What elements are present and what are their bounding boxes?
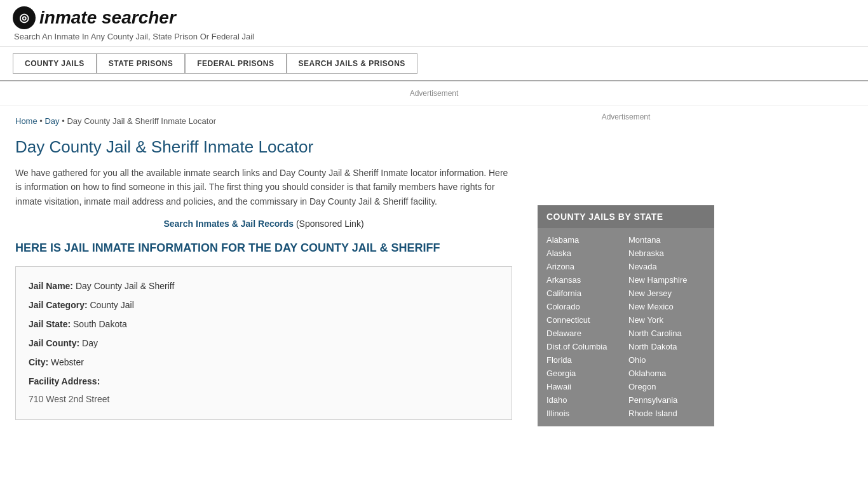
states-right-col: MontanaNebraskaNevadaNew HampshireNew Je… [626, 233, 708, 420]
state-link-montana[interactable]: Montana [626, 233, 708, 247]
main-content: Home • Day • Day County Jail & Sheriff I… [0, 106, 527, 433]
jail-info-box: Jail Name: Day County Jail & Sheriff Jai… [15, 266, 512, 420]
state-link-alaska[interactable]: Alaska [544, 247, 626, 260]
state-link-nevada[interactable]: Nevada [626, 260, 708, 273]
jail-name-row: Jail Name: Day County Jail & Sheriff [29, 277, 499, 295]
state-link-arizona[interactable]: Arizona [544, 260, 626, 273]
jail-state-value-text: South Dakota [73, 319, 127, 329]
nav-federal-prisons[interactable]: FEDERAL PRISONS [185, 53, 286, 74]
nav-county-jails[interactable]: COUNTY JAILS [13, 53, 97, 74]
county-jails-title: COUNTY JAILS BY STATE [538, 205, 714, 228]
section-heading: HERE IS JAIL INMATE INFORMATION FOR THE … [15, 240, 512, 256]
breadcrumb-day[interactable]: Day [44, 116, 59, 126]
logo-icon: ◎ [13, 6, 36, 29]
state-link-colorado[interactable]: Colorado [544, 300, 626, 313]
jail-county-value-text: Day [82, 338, 98, 348]
state-link-new-york[interactable]: New York [626, 313, 708, 327]
jail-category-row: Jail Category: County Jail [29, 296, 499, 314]
jail-name-value-text: Day County Jail & Sheriff [76, 281, 174, 291]
jail-state-label: Jail State: [29, 319, 71, 329]
state-link-florida[interactable]: Florida [544, 353, 626, 367]
site-title: inmate searcher [39, 8, 176, 28]
nav-search-jails[interactable]: SEARCH JAILS & PRISONS [287, 53, 417, 74]
state-link-new-hampshire[interactable]: New Hampshire [626, 273, 708, 287]
state-link-dist.of-columbia[interactable]: Dist.of Columbia [544, 340, 626, 353]
sponsored-link-area: Search Inmates & Jail Records (Sponsored… [15, 219, 512, 229]
state-link-nebraska[interactable]: Nebraska [626, 247, 708, 260]
state-link-north-dakota[interactable]: North Dakota [626, 340, 708, 353]
breadcrumb-home[interactable]: Home [15, 116, 37, 126]
jail-county-label: Jail County: [29, 338, 79, 348]
site-subtitle: Search An Inmate In Any County Jail, Sta… [14, 32, 855, 41]
state-link-arkansas[interactable]: Arkansas [544, 273, 626, 287]
description-text: We have gathered for you all the availab… [15, 166, 512, 208]
jail-city-label: City: [29, 357, 48, 367]
state-link-alabama[interactable]: Alabama [544, 233, 626, 247]
breadcrumb-current: Day County Jail & Sheriff Inmate Locator [67, 116, 216, 126]
nav-state-prisons[interactable]: STATE PRISONS [97, 53, 185, 74]
state-link-delaware[interactable]: Delaware [544, 327, 626, 340]
state-link-illinois[interactable]: Illinois [544, 407, 626, 420]
main-layout: Home • Day • Day County Jail & Sheriff I… [0, 106, 868, 433]
nav-buttons: COUNTY JAILS STATE PRISONS FEDERAL PRISO… [13, 53, 855, 74]
state-link-california[interactable]: California [544, 287, 626, 300]
state-link-oregon[interactable]: Oregon [626, 380, 708, 393]
state-link-rhode-island[interactable]: Rhode Island [626, 407, 708, 420]
jail-address-row: Facility Address: 710 West 2nd Street [29, 372, 499, 408]
jail-address-value: 710 West 2nd Street [29, 394, 109, 404]
nav-bar: COUNTY JAILS STATE PRISONS FEDERAL PRISO… [0, 47, 868, 81]
breadcrumb: Home • Day • Day County Jail & Sheriff I… [15, 116, 512, 126]
state-link-new-jersey[interactable]: New Jersey [626, 287, 708, 300]
state-link-idaho[interactable]: Idaho [544, 393, 626, 407]
state-link-georgia[interactable]: Georgia [544, 367, 626, 380]
jail-city-value-text: Webster [51, 357, 84, 367]
state-link-oklahoma[interactable]: Oklahoma [626, 367, 708, 380]
logo-area: ◎ inmate searcher [13, 6, 855, 29]
page-title: Day County Jail & Sheriff Inmate Locator [15, 137, 512, 157]
state-link-new-mexico[interactable]: New Mexico [626, 300, 708, 313]
ad-banner-top: Advertisement [0, 81, 868, 106]
jail-address-label: Facility Address: [29, 376, 100, 386]
state-link-hawaii[interactable]: Hawaii [544, 380, 626, 393]
logo-search-symbol: ◎ [19, 11, 29, 25]
header: ◎ inmate searcher Search An Inmate In An… [0, 0, 868, 47]
sidebar: Advertisement COUNTY JAILS BY STATE Alab… [527, 106, 724, 433]
jail-category-value-text: County Jail [90, 300, 133, 310]
state-link-pennsylvania[interactable]: Pennsylvania [626, 393, 708, 407]
jail-county-row: Jail County: Day [29, 334, 499, 352]
jail-category-label: Jail Category: [29, 300, 88, 310]
county-jails-grid: AlabamaAlaskaArizonaArkansasCaliforniaCo… [538, 228, 714, 426]
state-link-connecticut[interactable]: Connecticut [544, 313, 626, 327]
jail-name-label: Jail Name: [29, 281, 73, 291]
county-jails-box: COUNTY JAILS BY STATE AlabamaAlaskaArizo… [538, 205, 714, 426]
sponsored-link[interactable]: Search Inmates & Jail Records [163, 219, 294, 229]
state-link-ohio[interactable]: Ohio [626, 353, 708, 367]
jail-state-row: Jail State: South Dakota [29, 315, 499, 333]
sidebar-ad: Advertisement [538, 112, 714, 195]
jail-city-row: City: Webster [29, 353, 499, 371]
state-link-north-carolina[interactable]: North Carolina [626, 327, 708, 340]
sponsored-label-text: (Sponsored Link) [296, 219, 364, 229]
states-left-col: AlabamaAlaskaArizonaArkansasCaliforniaCo… [544, 233, 626, 420]
